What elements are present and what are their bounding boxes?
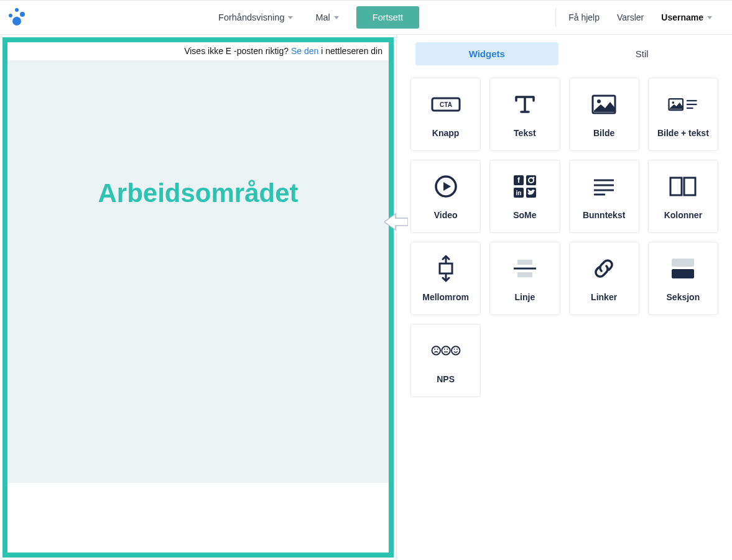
workspace-title: Arbeidsområdet <box>98 178 298 208</box>
widget-label: SoMe <box>513 210 536 220</box>
side-tabs: Widgets Stil <box>397 39 732 65</box>
svg-rect-29 <box>517 272 532 277</box>
side-panel: Widgets Stil CTA Knapp Tekst Bilde <box>397 35 732 560</box>
chevron-down-icon <box>334 16 339 19</box>
columns-icon <box>668 173 698 200</box>
image-icon <box>589 91 619 118</box>
username-label: Username <box>661 12 703 22</box>
widget-spacer[interactable]: Mellomrom <box>410 242 481 315</box>
view-in-browser-note: Vises ikke E -posten riktig? Se den i ne… <box>7 42 389 60</box>
widget-text[interactable]: Tekst <box>489 78 560 151</box>
widget-label: Bilde <box>593 128 614 138</box>
svg-rect-30 <box>672 259 694 267</box>
widget-button[interactable]: CTA Knapp <box>410 78 481 151</box>
image-text-icon <box>668 91 698 118</box>
svg-text:in: in <box>516 190 521 196</box>
social-icons: f in <box>510 173 540 200</box>
cta-button-icon: CTA <box>431 91 461 118</box>
svg-marker-11 <box>443 182 451 191</box>
view-prefix: Vises ikke E -posten riktig? <box>184 46 291 56</box>
link-icon <box>589 255 619 282</box>
section-icon <box>668 255 698 282</box>
widget-label: NPS <box>437 374 455 384</box>
top-center-menu: Forhåndsvisning Mal Fortsett <box>210 6 419 29</box>
nps-icon <box>431 337 461 364</box>
preview-label: Forhåndsvisning <box>218 12 284 22</box>
help-link[interactable]: Få hjelp <box>560 6 608 29</box>
widgets-grid: CTA Knapp Tekst Bilde Bilde <box>397 70 732 405</box>
widget-label: Kolonner <box>664 210 702 220</box>
chevron-down-icon <box>707 16 712 19</box>
svg-point-34 <box>437 349 438 350</box>
svg-point-35 <box>442 346 450 355</box>
view-in-browser-link[interactable]: Se den <box>291 46 318 56</box>
svg-rect-27 <box>517 260 532 265</box>
svg-rect-26 <box>440 264 452 273</box>
alerts-link[interactable]: Varsler <box>608 6 652 29</box>
topbar: mainbrainer Forhåndsvisning Mal Fortsett… <box>0 0 732 35</box>
widget-image[interactable]: Bilde <box>569 78 639 151</box>
widget-label: Seksjon <box>667 292 700 302</box>
view-suffix: i nettleseren din <box>318 46 382 56</box>
svg-point-33 <box>434 349 435 350</box>
svg-marker-0 <box>384 214 408 230</box>
widget-label: Mellomrom <box>422 292 469 302</box>
widget-section[interactable]: Seksjon <box>648 242 718 315</box>
widget-columns[interactable]: Kolonner <box>648 160 718 233</box>
editor-canvas[interactable]: Vises ikke E -posten riktig? Se den i ne… <box>2 37 394 558</box>
workspace-area[interactable]: Arbeidsområdet <box>7 60 389 483</box>
preview-dropdown[interactable]: Forhåndsvisning <box>210 7 302 27</box>
canvas-bottom <box>7 483 389 553</box>
widget-label: Linje <box>515 292 535 302</box>
svg-point-6 <box>672 101 675 104</box>
svg-rect-31 <box>672 269 694 278</box>
svg-rect-24 <box>670 178 682 195</box>
user-menu[interactable]: Username <box>652 6 721 29</box>
widget-line[interactable]: Linje <box>489 242 560 315</box>
top-right-menu: Få hjelp Varsler Username <box>552 1 721 34</box>
svg-point-16 <box>532 177 534 179</box>
widget-label: Bunntekst <box>583 210 625 220</box>
spacer-icon <box>431 255 461 282</box>
widget-links[interactable]: Linker <box>569 242 639 315</box>
svg-point-39 <box>452 346 460 355</box>
widget-nps[interactable]: NPS <box>410 324 481 397</box>
widget-label: Video <box>434 210 458 220</box>
tab-style[interactable]: Stil <box>571 42 714 65</box>
svg-point-32 <box>432 346 440 355</box>
chevron-down-icon <box>288 16 293 19</box>
svg-point-37 <box>447 349 448 350</box>
widget-video[interactable]: Video <box>410 160 481 233</box>
editor-canvas-wrap: Vises ikke E -posten riktig? Se den i ne… <box>0 35 397 560</box>
divider <box>555 8 556 27</box>
drag-arrow-icon <box>384 213 408 231</box>
svg-point-40 <box>453 349 455 350</box>
template-dropdown[interactable]: Mal <box>307 7 347 27</box>
svg-rect-25 <box>684 178 695 195</box>
svg-point-36 <box>443 349 445 350</box>
widget-image-text[interactable]: Bilde + tekst <box>648 78 718 151</box>
video-icon <box>431 173 461 200</box>
continue-button[interactable]: Fortsett <box>356 6 419 29</box>
main: Vises ikke E -posten riktig? Se den i ne… <box>0 35 732 560</box>
widget-label: Linker <box>591 292 617 302</box>
svg-point-41 <box>456 349 458 350</box>
line-icon <box>510 255 540 282</box>
svg-point-4 <box>597 99 601 103</box>
template-label: Mal <box>315 12 330 22</box>
svg-rect-14 <box>526 175 536 185</box>
svg-text:CTA: CTA <box>440 101 452 108</box>
widget-label: Knapp <box>432 128 460 138</box>
widget-label: Tekst <box>514 128 536 138</box>
widget-footer[interactable]: Bunntekst <box>569 160 639 233</box>
logo-mark-icon <box>6 8 25 27</box>
text-icon <box>510 91 540 118</box>
tab-widgets[interactable]: Widgets <box>415 42 558 65</box>
widget-label: Bilde + tekst <box>657 128 709 138</box>
footer-icon <box>589 173 619 200</box>
widget-some[interactable]: f in SoMe <box>489 160 560 233</box>
